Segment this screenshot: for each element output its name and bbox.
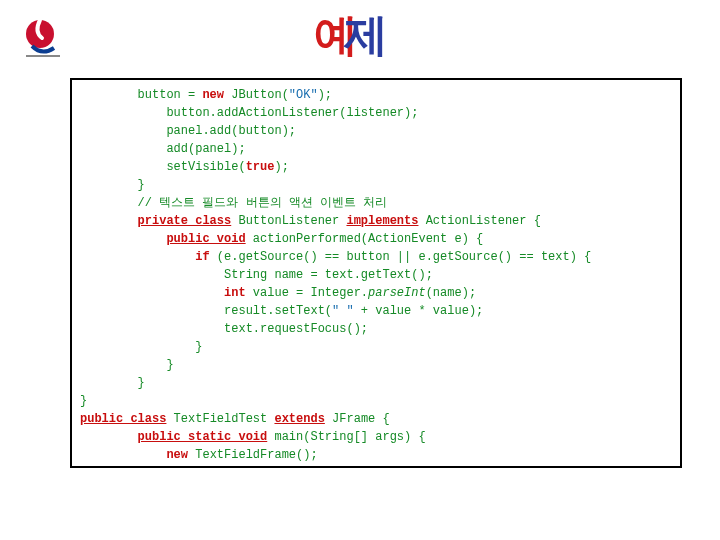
code-box: button = new JButton("OK"); button.addAc…: [70, 78, 682, 468]
title-part-2: 제: [344, 10, 390, 59]
code-content: button = new JButton("OK"); button.addAc…: [80, 86, 672, 468]
slide-title: 예제: [0, 6, 720, 65]
